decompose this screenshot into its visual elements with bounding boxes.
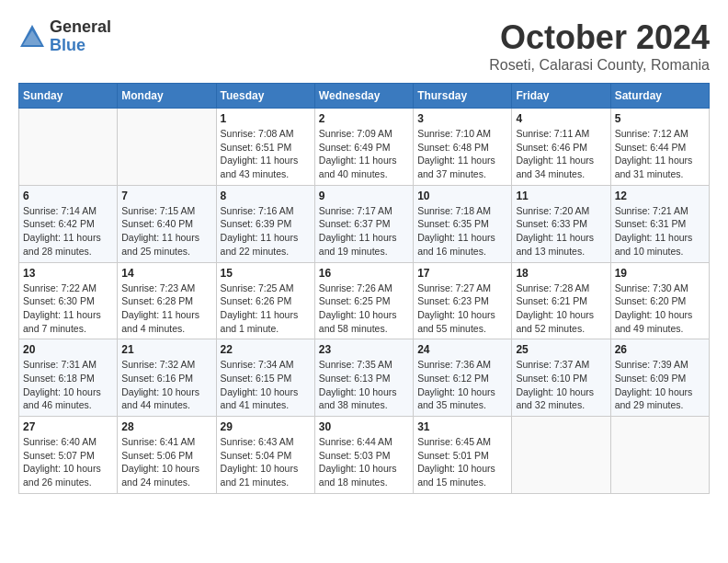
day-number: 16 <box>319 267 409 280</box>
day-number: 22 <box>221 343 311 356</box>
calendar-cell: 10Sunrise: 7:18 AM Sunset: 6:35 PM Dayli… <box>414 185 512 262</box>
day-info: Sunrise: 7:36 AM Sunset: 6:12 PM Dayligh… <box>417 358 507 412</box>
day-info: Sunrise: 7:20 AM Sunset: 6:33 PM Dayligh… <box>516 204 606 259</box>
day-number: 29 <box>221 420 311 433</box>
day-number: 4 <box>516 112 606 125</box>
day-info: Sunrise: 7:17 AM Sunset: 6:37 PM Dayligh… <box>319 204 409 259</box>
weekday-header-saturday: Saturday <box>610 84 709 109</box>
weekday-header-thursday: Thursday <box>414 84 512 109</box>
day-info: Sunrise: 7:27 AM Sunset: 6:23 PM Dayligh… <box>417 282 507 336</box>
day-info: Sunrise: 7:11 AM Sunset: 6:46 PM Dayligh… <box>516 127 606 181</box>
day-number: 17 <box>417 267 507 280</box>
calendar-table: SundayMondayTuesdayWednesdayThursdayFrid… <box>18 83 710 494</box>
calendar-cell <box>118 109 216 186</box>
day-number: 13 <box>23 267 113 280</box>
day-number: 20 <box>23 343 113 356</box>
calendar-cell: 13Sunrise: 7:22 AM Sunset: 6:30 PM Dayli… <box>19 262 118 339</box>
calendar-cell: 15Sunrise: 7:25 AM Sunset: 6:26 PM Dayli… <box>216 262 314 339</box>
calendar-cell: 6Sunrise: 7:14 AM Sunset: 6:42 PM Daylig… <box>19 185 118 262</box>
day-number: 2 <box>319 112 409 125</box>
day-info: Sunrise: 7:15 AM Sunset: 6:40 PM Dayligh… <box>121 204 211 259</box>
calendar-cell <box>610 417 709 494</box>
day-number: 8 <box>221 190 311 202</box>
day-number: 21 <box>121 343 211 356</box>
day-number: 9 <box>319 190 409 202</box>
calendar-cell <box>19 109 118 186</box>
header: General Blue October 2024 Roseti, Calara… <box>18 18 710 74</box>
day-number: 3 <box>417 112 507 125</box>
day-number: 25 <box>516 343 606 356</box>
calendar-cell: 24Sunrise: 7:36 AM Sunset: 6:12 PM Dayli… <box>414 339 512 417</box>
day-info: Sunrise: 7:37 AM Sunset: 6:10 PM Dayligh… <box>516 358 606 412</box>
week-row-2: 6Sunrise: 7:14 AM Sunset: 6:42 PM Daylig… <box>19 185 710 262</box>
calendar-cell: 25Sunrise: 7:37 AM Sunset: 6:10 PM Dayli… <box>512 339 610 417</box>
day-info: Sunrise: 7:22 AM Sunset: 6:30 PM Dayligh… <box>23 282 113 336</box>
day-info: Sunrise: 7:23 AM Sunset: 6:28 PM Dayligh… <box>121 282 211 336</box>
day-info: Sunrise: 6:43 AM Sunset: 5:04 PM Dayligh… <box>221 435 311 489</box>
day-info: Sunrise: 7:39 AM Sunset: 6:09 PM Dayligh… <box>615 358 705 412</box>
calendar-cell: 28Sunrise: 6:41 AM Sunset: 5:06 PM Dayli… <box>118 417 216 494</box>
calendar-cell: 16Sunrise: 7:26 AM Sunset: 6:25 PM Dayli… <box>314 262 413 339</box>
logo-blue-label: Blue <box>50 37 111 55</box>
calendar-cell: 22Sunrise: 7:34 AM Sunset: 6:15 PM Dayli… <box>216 339 314 417</box>
day-number: 14 <box>121 267 211 280</box>
day-info: Sunrise: 6:40 AM Sunset: 5:07 PM Dayligh… <box>23 435 113 489</box>
day-number: 27 <box>23 420 113 433</box>
calendar-cell: 8Sunrise: 7:16 AM Sunset: 6:39 PM Daylig… <box>216 185 314 262</box>
week-row-5: 27Sunrise: 6:40 AM Sunset: 5:07 PM Dayli… <box>19 417 710 494</box>
day-info: Sunrise: 6:45 AM Sunset: 5:01 PM Dayligh… <box>417 435 507 489</box>
calendar-cell: 29Sunrise: 6:43 AM Sunset: 5:04 PM Dayli… <box>216 417 314 494</box>
day-info: Sunrise: 7:10 AM Sunset: 6:48 PM Dayligh… <box>417 127 507 181</box>
logo-text: General Blue <box>50 18 111 55</box>
calendar-cell: 19Sunrise: 7:30 AM Sunset: 6:20 PM Dayli… <box>610 262 709 339</box>
logo: General Blue <box>18 18 111 55</box>
weekday-header-wednesday: Wednesday <box>314 84 413 109</box>
calendar-cell: 20Sunrise: 7:31 AM Sunset: 6:18 PM Dayli… <box>19 339 118 417</box>
day-number: 7 <box>121 190 211 202</box>
day-info: Sunrise: 6:44 AM Sunset: 5:03 PM Dayligh… <box>319 435 409 489</box>
day-number: 24 <box>417 343 507 356</box>
day-number: 26 <box>615 343 705 356</box>
calendar-cell: 23Sunrise: 7:35 AM Sunset: 6:13 PM Dayli… <box>314 339 413 417</box>
day-info: Sunrise: 7:35 AM Sunset: 6:13 PM Dayligh… <box>319 358 409 412</box>
day-number: 19 <box>615 267 705 280</box>
calendar-cell: 17Sunrise: 7:27 AM Sunset: 6:23 PM Dayli… <box>414 262 512 339</box>
weekday-header-friday: Friday <box>512 84 610 109</box>
week-row-4: 20Sunrise: 7:31 AM Sunset: 6:18 PM Dayli… <box>19 339 710 417</box>
weekday-header-sunday: Sunday <box>19 84 118 109</box>
day-number: 1 <box>221 112 311 125</box>
day-number: 15 <box>221 267 311 280</box>
day-number: 6 <box>23 190 113 202</box>
location-subtitle: Roseti, Calarasi County, Romania <box>489 57 710 74</box>
day-info: Sunrise: 7:28 AM Sunset: 6:21 PM Dayligh… <box>516 282 606 336</box>
day-number: 12 <box>615 190 705 202</box>
calendar-cell: 12Sunrise: 7:21 AM Sunset: 6:31 PM Dayli… <box>610 185 709 262</box>
calendar-cell: 21Sunrise: 7:32 AM Sunset: 6:16 PM Dayli… <box>118 339 216 417</box>
day-number: 18 <box>516 267 606 280</box>
day-number: 30 <box>319 420 409 433</box>
day-number: 28 <box>121 420 211 433</box>
title-area: October 2024 Roseti, Calarasi County, Ro… <box>489 18 710 74</box>
day-info: Sunrise: 7:08 AM Sunset: 6:51 PM Dayligh… <box>221 127 311 181</box>
day-number: 31 <box>417 420 507 433</box>
day-info: Sunrise: 7:14 AM Sunset: 6:42 PM Dayligh… <box>23 204 113 259</box>
weekday-header-row: SundayMondayTuesdayWednesdayThursdayFrid… <box>19 84 710 109</box>
calendar-cell: 4Sunrise: 7:11 AM Sunset: 6:46 PM Daylig… <box>512 109 610 186</box>
day-number: 11 <box>516 190 606 202</box>
day-info: Sunrise: 7:26 AM Sunset: 6:25 PM Dayligh… <box>319 282 409 336</box>
calendar-cell: 26Sunrise: 7:39 AM Sunset: 6:09 PM Dayli… <box>610 339 709 417</box>
calendar-cell: 11Sunrise: 7:20 AM Sunset: 6:33 PM Dayli… <box>512 185 610 262</box>
logo-general-label: General <box>50 18 111 37</box>
weekday-header-monday: Monday <box>118 84 216 109</box>
day-info: Sunrise: 7:16 AM Sunset: 6:39 PM Dayligh… <box>221 204 311 259</box>
calendar-cell: 18Sunrise: 7:28 AM Sunset: 6:21 PM Dayli… <box>512 262 610 339</box>
calendar-cell <box>512 417 610 494</box>
calendar-cell: 14Sunrise: 7:23 AM Sunset: 6:28 PM Dayli… <box>118 262 216 339</box>
day-info: Sunrise: 7:18 AM Sunset: 6:35 PM Dayligh… <box>417 204 507 259</box>
calendar-cell: 31Sunrise: 6:45 AM Sunset: 5:01 PM Dayli… <box>414 417 512 494</box>
logo-icon <box>18 23 46 51</box>
day-info: Sunrise: 6:41 AM Sunset: 5:06 PM Dayligh… <box>121 435 211 489</box>
week-row-3: 13Sunrise: 7:22 AM Sunset: 6:30 PM Dayli… <box>19 262 710 339</box>
day-number: 10 <box>417 190 507 202</box>
day-number: 23 <box>319 343 409 356</box>
